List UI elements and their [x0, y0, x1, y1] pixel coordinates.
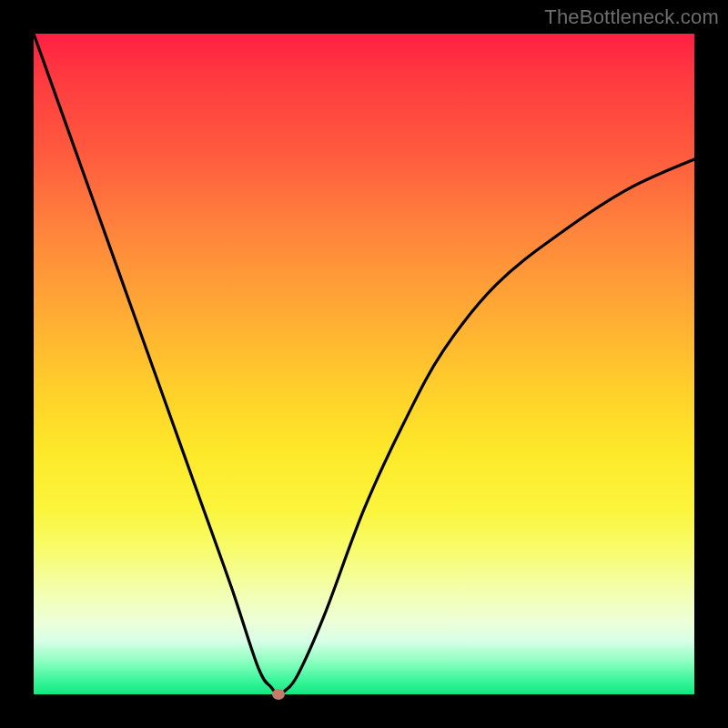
- chart-frame: TheBottleneck.com: [0, 0, 728, 728]
- optimal-point-marker: [272, 689, 285, 700]
- plot-area: [34, 34, 694, 694]
- bottleneck-curve: [34, 34, 694, 694]
- watermark-text: TheBottleneck.com: [544, 5, 719, 29]
